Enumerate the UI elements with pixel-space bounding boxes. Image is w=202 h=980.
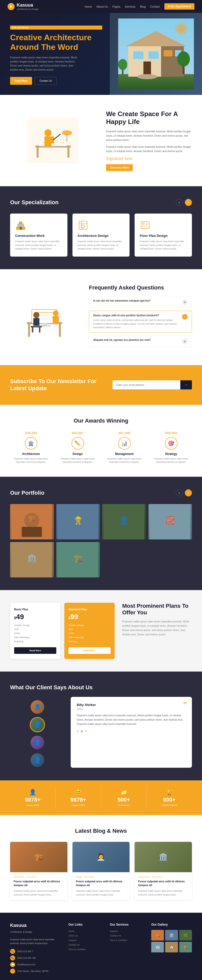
footer-service-1[interactable]: Contact Us xyxy=(110,934,144,937)
footer-link-0[interactable]: Home xyxy=(68,930,102,932)
footer-link-1[interactable]: About Us xyxy=(68,934,102,937)
footer-gal-5[interactable]: 🏗️ xyxy=(179,942,192,953)
award-year-0: 2015-2016 xyxy=(10,432,52,434)
avatar-circle-1: 👤 xyxy=(30,718,44,732)
pricing-read-more-0[interactable]: Read More xyxy=(14,647,56,654)
award-item-0: 2015-2016 🏛️ Architecture Praesent matti… xyxy=(10,432,52,464)
newsletter-right: → xyxy=(113,378,192,392)
stat-number-2: 500+ xyxy=(101,797,147,803)
testi-dot-1[interactable] xyxy=(81,730,83,732)
portfolio-header: Our Portfolio ‹ › xyxy=(10,489,192,496)
avatar-0[interactable]: 👤 xyxy=(30,699,45,714)
pricing-plan-0: Basic Plan xyxy=(14,608,56,611)
award-title-2: Management xyxy=(104,452,145,456)
avatar-1[interactable]: 👤 xyxy=(30,717,45,732)
nav-about[interactable]: About Us xyxy=(96,5,108,8)
blog-date-val-0: 21.10.2022 xyxy=(27,876,36,878)
blog-date-0: Architecture 21.10.2022 xyxy=(14,876,64,878)
logo-tagline: Architecture & Design xyxy=(17,8,39,10)
testimonials-title: What Our Client Says About Us xyxy=(10,684,192,691)
svg-text:👷: 👷 xyxy=(73,516,83,525)
stat-3: 🏆 900+ Global Projects xyxy=(147,786,192,809)
footer-brand-tagline: Architecture & Design xyxy=(10,930,61,934)
blog-category-2: Construction xyxy=(138,876,150,878)
blog-card-0: 🏗️ Architecture 21.10.2022 Fusce vulputa… xyxy=(10,842,68,900)
pricing-section: Basic Plan $49 Graphic Design SEO HTML W… xyxy=(0,590,202,671)
testi-text: Praesent mattis ipsum vitae lorem imperd… xyxy=(77,713,186,726)
house-illustration xyxy=(118,19,194,89)
pricing-card-1: Standard Plan $99 Graphic Design SEO HTM… xyxy=(65,603,115,659)
portfolio-prev-arrow[interactable]: ‹ xyxy=(176,489,183,496)
quote-icon: " xyxy=(183,700,187,711)
footer-gal-0[interactable]: 🏗️ xyxy=(151,930,164,940)
order-appointment-button[interactable]: Order Appointment xyxy=(164,3,194,10)
newsletter-email-input[interactable] xyxy=(113,380,180,390)
faq-item-0[interactable]: In nec dui vel nisi elementum volutpat e… xyxy=(89,296,192,308)
footer-service-2[interactable]: Term & Condition xyxy=(110,939,144,942)
nav-blog[interactable]: Blog xyxy=(140,5,146,8)
footer-gal-2[interactable]: 🌿 xyxy=(179,930,192,940)
nav-home[interactable]: Home xyxy=(85,5,92,8)
svg-point-24 xyxy=(44,129,52,136)
svg-rect-64 xyxy=(39,328,40,332)
faq-toggle-2[interactable]: + xyxy=(182,339,188,344)
faq-toggle-1[interactable]: − xyxy=(182,314,188,320)
avatar-3[interactable]: 👤 xyxy=(30,752,45,768)
footer-service-0[interactable]: Support xyxy=(110,930,144,932)
avatar-circle-3: 👤 xyxy=(30,753,44,767)
newsletter-submit-button[interactable]: → xyxy=(180,380,192,390)
faq-item-2[interactable]: Aliquam erat sit, egestas nec pharetra n… xyxy=(89,335,192,347)
footer-gal-3[interactable]: 🏢 xyxy=(151,942,164,953)
footer-gal-4[interactable]: 🏠 xyxy=(165,942,178,953)
footer-link-3[interactable]: Contact Us xyxy=(68,943,102,946)
nav-services[interactable]: Services xyxy=(125,5,136,8)
footer-link-2[interactable]: Support xyxy=(68,939,102,942)
pricing-read-more-1[interactable]: Read More xyxy=(68,647,110,654)
portfolio-item-3[interactable]: 🧱 xyxy=(148,504,192,539)
portfolio-item-4[interactable]: 🏛️ xyxy=(10,542,54,578)
read-more-button[interactable]: Read More xyxy=(10,77,32,85)
footer-brand-desc: Praesent mattis ipsum vitae lorem imperd… xyxy=(10,938,61,946)
hero-image xyxy=(110,13,202,95)
faq-item-1[interactable]: Donec congue nibh id sem porttitor facil… xyxy=(89,311,192,332)
discovery-more-button[interactable]: Discovery More xyxy=(106,164,133,171)
nav-contact[interactable]: Contact xyxy=(150,5,160,8)
faq-toggle-0[interactable]: + xyxy=(182,299,188,305)
hero-buttons: Read More Contact Us xyxy=(10,77,102,85)
footer-link-4[interactable]: Term & Condition xyxy=(68,948,102,951)
portfolio-item-2[interactable]: 👤 xyxy=(102,504,146,539)
logo-icon: K xyxy=(8,3,15,10)
portfolio-item-0[interactable]: 🏗️ xyxy=(10,504,54,539)
create-space-section: We Create Space For A Happy Life Praesen… xyxy=(0,95,202,186)
nav-logo: K Kasuua Architecture & Design xyxy=(8,3,39,10)
nav-pages[interactable]: Pages xyxy=(112,5,120,8)
svg-rect-63 xyxy=(32,328,33,332)
portfolio-next-arrow[interactable]: › xyxy=(185,489,192,496)
testi-dot-2[interactable] xyxy=(85,730,87,732)
phone-icon-1: 📞 xyxy=(10,955,15,961)
footer-col-links: Our Links Home About Us Support Contact … xyxy=(68,923,102,975)
svg-rect-26 xyxy=(52,136,54,143)
portfolio-img-1: 👷 xyxy=(56,504,100,539)
spec-card-2: Floor Plan Design Praesent mattis ipsum … xyxy=(134,213,192,256)
blog-card-1: 👩‍💼 Design 22.10.2022 Fusce vulputat arc… xyxy=(73,842,130,900)
svg-rect-36 xyxy=(21,225,23,227)
svg-rect-35 xyxy=(18,225,20,227)
portfolio-item-5[interactable]: 🏗️ xyxy=(56,542,100,578)
pricing-card-0: Basic Plan $49 Graphic Design SEO HTML W… xyxy=(10,603,60,659)
spec-prev-arrow[interactable]: ‹ xyxy=(176,199,183,206)
avatar-2[interactable]: 👤 xyxy=(30,735,45,750)
svg-rect-18 xyxy=(36,148,39,158)
portfolio-item-1[interactable]: 👷 xyxy=(56,504,100,539)
faq-svg xyxy=(19,292,70,342)
svg-rect-46 xyxy=(146,223,148,225)
testi-dot-0[interactable] xyxy=(77,730,79,732)
footer-col-services: Our Services Support Contact Us Term & C… xyxy=(110,923,144,975)
footer-gal-1[interactable]: 🏛️ xyxy=(165,930,178,940)
avatar-img-1: 👤 xyxy=(30,717,45,732)
contact-us-button[interactable]: Contact Us xyxy=(35,77,57,85)
spec-next-arrow[interactable]: › xyxy=(185,199,192,206)
portfolio-img-3: 🧱 xyxy=(148,504,192,539)
spec-card-title-1: Architecture Design xyxy=(77,234,125,238)
spec-title: Our Specialization xyxy=(10,199,58,206)
